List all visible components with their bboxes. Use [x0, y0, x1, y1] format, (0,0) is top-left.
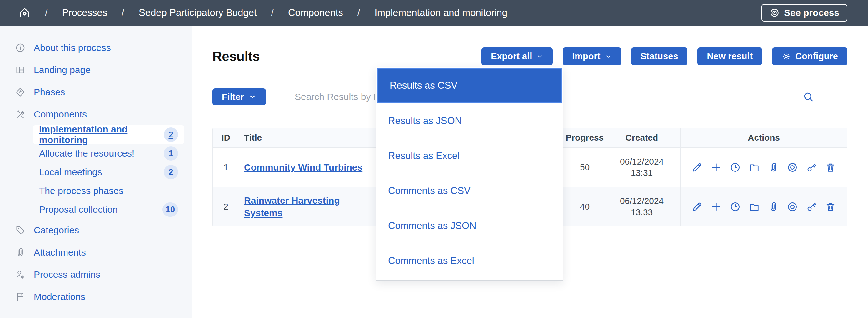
sidebar-item-label: Process admins [34, 269, 100, 280]
statuses-label: Statuses [641, 51, 678, 62]
sidebar-item-label: Phases [34, 87, 65, 97]
folder-icon[interactable] [749, 201, 760, 213]
row-actions [681, 187, 847, 226]
chevron-down-icon [605, 53, 612, 60]
sidebar-item-local-meetings[interactable]: Local meetings 2 [33, 163, 184, 182]
sidebar-item-label: About this process [34, 42, 111, 53]
tag-icon [15, 225, 26, 235]
add-icon[interactable] [711, 162, 722, 173]
tools-icon [15, 109, 26, 120]
menu-item-comments-as-csv[interactable]: Comments as CSV [376, 173, 563, 209]
history-icon[interactable] [730, 201, 741, 213]
admin-page: / Processes / Sedep Participatory Budget… [0, 0, 868, 318]
see-process-label: See process [784, 7, 839, 18]
preview-icon[interactable] [787, 162, 798, 173]
edit-icon[interactable] [691, 201, 703, 213]
sidebar-item-phases[interactable]: Phases [0, 81, 192, 103]
components-subnav: Implementation and monitoring 2 Allocate… [0, 125, 192, 219]
sidebar-item-implementation-and-monitoring[interactable]: Implementation and monitoring 2 [33, 125, 184, 144]
count-badge: 1 [164, 146, 178, 161]
row-id: 1 [213, 148, 239, 187]
toolbar: Export all Import Statuses New result [482, 47, 847, 65]
breadcrumb-separator: / [122, 7, 124, 19]
sidebar-item-process-admins[interactable]: Process admins [0, 263, 192, 286]
sidebar-item-categories[interactable]: Categories [0, 219, 192, 241]
breadcrumb-current-component[interactable]: Implementation and monitoring [374, 7, 507, 19]
created-time: 13:33 [631, 207, 653, 218]
breadcrumb-separator: / [271, 7, 274, 19]
count-badge: 10 [162, 202, 178, 217]
history-icon[interactable] [730, 162, 741, 173]
count-badge: 2 [164, 127, 178, 142]
attachments-icon[interactable] [768, 162, 779, 173]
sidebar-item-components[interactable]: Components [0, 103, 192, 125]
home-icon[interactable] [19, 7, 31, 19]
attachments-icon[interactable] [768, 201, 779, 213]
row-title-cell: Rainwater Harvesting Systems [239, 187, 377, 226]
sidebar-item-proposal-collection[interactable]: Proposal collection 10 [33, 200, 184, 219]
sidebar-item-the-process-phases[interactable]: The process phases [33, 182, 184, 200]
folder-icon[interactable] [749, 162, 760, 173]
breadcrumb-separator: / [45, 7, 48, 19]
delete-icon[interactable] [825, 162, 836, 173]
filter-button[interactable]: Filter [213, 88, 266, 105]
menu-item-comments-as-json[interactable]: Comments as JSON [376, 209, 563, 243]
result-title-link[interactable]: Rainwater Harvesting Systems [244, 194, 372, 219]
breadcrumb: / Processes / Sedep Participatory Budget… [19, 7, 507, 19]
sidebar-item-label: Moderations [34, 291, 85, 302]
header-id: ID [213, 128, 239, 148]
header-progress: Progress [566, 128, 603, 148]
menu-item-results-as-csv[interactable]: Results as CSV [377, 68, 562, 103]
permissions-icon[interactable] [806, 201, 817, 213]
filter-label: Filter [222, 92, 244, 102]
add-icon[interactable] [711, 201, 722, 213]
delete-icon[interactable] [825, 201, 836, 213]
import-label: Import [572, 51, 600, 62]
new-result-label: New result [707, 51, 753, 62]
menu-item-results-as-excel[interactable]: Results as Excel [376, 138, 563, 173]
eye-icon [770, 8, 780, 18]
phases-diamond-icon [15, 87, 26, 97]
configure-button[interactable]: Configure [772, 47, 847, 65]
header-actions: Actions [681, 128, 847, 148]
breadcrumb-processes[interactable]: Processes [62, 7, 107, 19]
chevron-down-icon [248, 93, 256, 101]
sidebar-item-allocate-the-resources[interactable]: Allocate the resources! 1 [33, 144, 184, 163]
flag-icon [15, 291, 26, 302]
sidebar-item-label: Categories [34, 225, 79, 235]
preview-icon[interactable] [787, 201, 798, 213]
configure-label: Configure [795, 51, 838, 62]
import-button[interactable]: Import [563, 47, 621, 65]
breadcrumb-bar: / Processes / Sedep Participatory Budget… [0, 0, 868, 26]
sidebar-item-label: Components [34, 109, 87, 120]
export-all-button[interactable]: Export all [482, 47, 553, 65]
row-actions [681, 148, 847, 187]
paperclip-icon [15, 247, 26, 258]
row-created: 06/12/2024 13:31 [603, 148, 681, 187]
search-icon[interactable] [802, 91, 814, 103]
sidebar-item-moderations[interactable]: Moderations [0, 286, 192, 308]
gear-icon [781, 52, 791, 61]
sidebar-item-about-this-process[interactable]: About this process [0, 36, 192, 59]
sidebar: About this process Landing page Phases [0, 26, 192, 318]
menu-item-results-as-json[interactable]: Results as JSON [376, 103, 563, 138]
sidebar-item-attachments[interactable]: Attachments [0, 241, 192, 263]
sidebar-item-landing-page[interactable]: Landing page [0, 59, 192, 81]
result-title-link[interactable]: Community Wind Turbines [244, 161, 363, 174]
breadcrumb-components[interactable]: Components [288, 7, 343, 19]
statuses-button[interactable]: Statuses [631, 47, 688, 65]
row-id: 2 [213, 187, 239, 226]
sub-item-label: Implementation and monitoring [39, 124, 164, 145]
permissions-icon[interactable] [806, 162, 817, 173]
row-created: 06/12/2024 13:33 [603, 187, 681, 226]
row-progress: 40 [566, 187, 603, 226]
menu-item-comments-as-excel[interactable]: Comments as Excel [376, 243, 563, 278]
export-all-dropdown: Results as CSV Results as JSON Results a… [376, 67, 563, 281]
sub-item-label: The process phases [39, 186, 123, 196]
breadcrumb-process-name[interactable]: Sedep Participatory Budget [139, 7, 256, 19]
page-title: Results [213, 49, 260, 64]
header-created: Created [603, 128, 681, 148]
new-result-button[interactable]: New result [698, 47, 762, 65]
edit-icon[interactable] [691, 162, 703, 173]
see-process-button[interactable]: See process [762, 4, 847, 22]
